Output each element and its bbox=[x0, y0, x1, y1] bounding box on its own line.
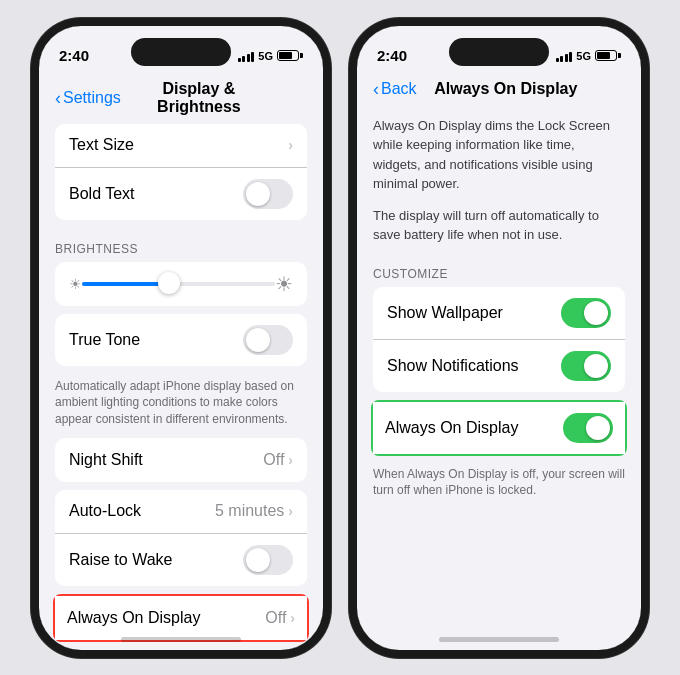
status-icons-right: 5G bbox=[556, 50, 621, 62]
back-button-right[interactable]: ‹ Back bbox=[373, 80, 417, 98]
always-on-display-chevron: › bbox=[290, 610, 295, 626]
show-wallpaper-toggle[interactable] bbox=[561, 298, 611, 328]
raise-to-wake-toggle-knob bbox=[246, 548, 270, 572]
signal-bar-4 bbox=[251, 52, 254, 62]
brightness-section-label: BRIGHTNESS bbox=[39, 228, 323, 262]
back-label-left: Settings bbox=[63, 89, 121, 107]
signal-bars-left bbox=[238, 50, 255, 62]
battery-body-left bbox=[277, 50, 299, 61]
true-tone-toggle[interactable] bbox=[243, 325, 293, 355]
back-chevron-left: ‹ bbox=[55, 89, 61, 107]
brightness-group: ☀ ☀ bbox=[55, 262, 307, 306]
phone-right: 2:40 5G ‹ Bac bbox=[349, 18, 649, 658]
aod-toggle-knob bbox=[586, 416, 610, 440]
signal-bar-r4 bbox=[569, 52, 572, 62]
aod-toggle-label: Always On Display bbox=[385, 419, 518, 437]
battery-tip-right bbox=[618, 53, 621, 58]
night-shift-group: Night Shift Off › bbox=[55, 438, 307, 482]
network-type-left: 5G bbox=[258, 50, 273, 62]
signal-bars-right bbox=[556, 50, 573, 62]
night-shift-row[interactable]: Night Shift Off › bbox=[55, 438, 307, 482]
show-notifications-toggle[interactable] bbox=[561, 351, 611, 381]
night-shift-label: Night Shift bbox=[69, 451, 143, 469]
time-right: 2:40 bbox=[377, 47, 407, 64]
dynamic-island-left bbox=[131, 38, 231, 66]
auto-lock-value: 5 minutes bbox=[215, 502, 284, 520]
home-indicator-left bbox=[121, 637, 241, 642]
page-title-right: Always On Display bbox=[417, 80, 595, 98]
phone-right-screen: 2:40 5G ‹ Bac bbox=[357, 26, 641, 650]
show-wallpaper-label: Show Wallpaper bbox=[387, 304, 503, 322]
true-tone-toggle-knob bbox=[246, 328, 270, 352]
always-on-display-highlighted[interactable]: Always On Display Off › bbox=[53, 594, 309, 642]
back-chevron-right: ‹ bbox=[373, 80, 379, 98]
text-size-chevron: › bbox=[288, 137, 293, 153]
auto-lock-right: 5 minutes › bbox=[215, 502, 293, 520]
show-notifications-row[interactable]: Show Notifications bbox=[373, 340, 625, 392]
aod-toggle-highlighted[interactable]: Always On Display bbox=[371, 400, 627, 456]
raise-to-wake-row[interactable]: Raise to Wake bbox=[55, 534, 307, 586]
show-wallpaper-toggle-knob bbox=[584, 301, 608, 325]
battery-fill-left bbox=[279, 52, 292, 59]
customize-list-group: Show Wallpaper Show Notifications bbox=[373, 287, 625, 392]
brightness-slider-thumb bbox=[158, 272, 180, 294]
brightness-row[interactable]: ☀ ☀ bbox=[55, 262, 307, 306]
signal-bar-r1 bbox=[556, 58, 559, 62]
home-indicator-right bbox=[439, 637, 559, 642]
signal-bar-r2 bbox=[560, 56, 563, 62]
always-on-display-label: Always On Display bbox=[67, 609, 200, 627]
top-list-group: Text Size › Bold Text bbox=[55, 124, 307, 220]
nav-bar-left: ‹ Settings Display & Brightness bbox=[39, 78, 323, 124]
true-tone-desc: Automatically adapt iPhone display based… bbox=[39, 374, 323, 438]
scroll-content-left[interactable]: Text Size › Bold Text BRIGHTNESS ☀ bbox=[39, 124, 323, 648]
raise-to-wake-label: Raise to Wake bbox=[69, 551, 172, 569]
page-title-left: Display & Brightness bbox=[121, 80, 277, 116]
show-wallpaper-row[interactable]: Show Wallpaper bbox=[373, 287, 625, 340]
time-left: 2:40 bbox=[59, 47, 89, 64]
raise-to-wake-toggle[interactable] bbox=[243, 545, 293, 575]
brightness-slider-track[interactable] bbox=[82, 282, 275, 286]
aod-footer: When Always On Display is off, your scre… bbox=[357, 460, 641, 510]
true-tone-row[interactable]: True Tone bbox=[55, 314, 307, 366]
night-shift-right: Off › bbox=[263, 451, 293, 469]
bold-text-row[interactable]: Bold Text bbox=[55, 168, 307, 220]
bold-text-toggle-knob bbox=[246, 182, 270, 206]
back-button-left[interactable]: ‹ Settings bbox=[55, 89, 121, 107]
signal-bar-r3 bbox=[565, 54, 568, 62]
brightness-low-icon: ☀ bbox=[69, 276, 82, 292]
auto-lock-chevron: › bbox=[288, 503, 293, 519]
aod-intro: Always On Display dims the Lock Screen w… bbox=[357, 106, 641, 202]
bold-text-toggle[interactable] bbox=[243, 179, 293, 209]
battery-body-right bbox=[595, 50, 617, 61]
signal-bar-3 bbox=[247, 54, 250, 62]
true-tone-label: True Tone bbox=[69, 331, 140, 349]
auto-lock-label: Auto-Lock bbox=[69, 502, 141, 520]
phone-left-screen: 2:40 5G ‹ Set bbox=[39, 26, 323, 650]
text-size-label: Text Size bbox=[69, 136, 134, 154]
phone-left: 2:40 5G ‹ Set bbox=[31, 18, 331, 658]
aod-toggle[interactable] bbox=[563, 413, 613, 443]
nav-bar-right: ‹ Back Always On Display bbox=[357, 78, 641, 106]
battery-icon-right bbox=[595, 50, 621, 61]
show-notifications-label: Show Notifications bbox=[387, 357, 519, 375]
status-icons-left: 5G bbox=[238, 50, 303, 62]
signal-bar-1 bbox=[238, 58, 241, 62]
aod-toggle-row[interactable]: Always On Display bbox=[373, 402, 625, 454]
brightness-high-icon: ☀ bbox=[275, 272, 293, 296]
bold-text-label: Bold Text bbox=[69, 185, 135, 203]
night-shift-value: Off bbox=[263, 451, 284, 469]
text-size-row[interactable]: Text Size › bbox=[55, 124, 307, 168]
auto-lock-row[interactable]: Auto-Lock 5 minutes › bbox=[55, 490, 307, 534]
aod-intro2: The display will turn off automatically … bbox=[357, 202, 641, 253]
signal-bar-2 bbox=[242, 56, 245, 62]
true-tone-group: True Tone bbox=[55, 314, 307, 366]
always-on-display-value: Off bbox=[265, 609, 286, 627]
brightness-slider-fill bbox=[82, 282, 169, 286]
battery-icon-left bbox=[277, 50, 303, 61]
network-type-right: 5G bbox=[576, 50, 591, 62]
battery-tip-left bbox=[300, 53, 303, 58]
always-on-display-row[interactable]: Always On Display Off › bbox=[55, 596, 307, 640]
always-on-display-right: Off › bbox=[265, 609, 295, 627]
scroll-content-right[interactable]: Always On Display dims the Lock Screen w… bbox=[357, 106, 641, 630]
back-label-right: Back bbox=[381, 80, 417, 98]
